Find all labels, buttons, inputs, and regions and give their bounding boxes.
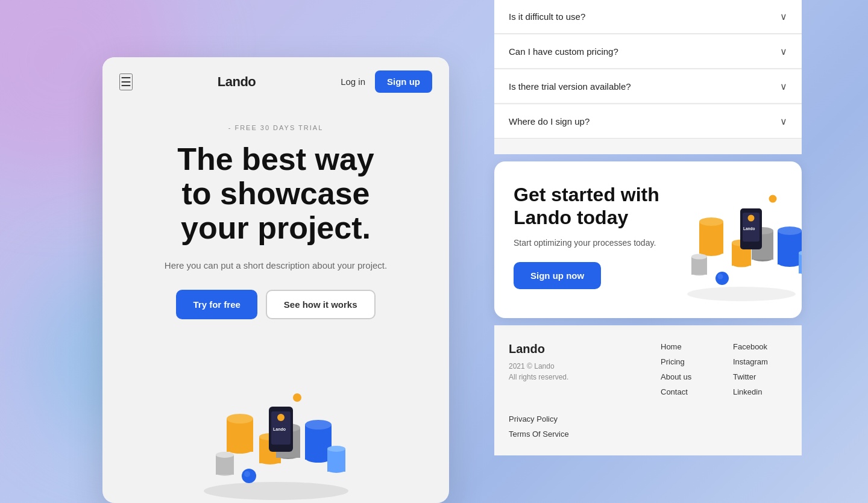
footer-link-facebook[interactable]: Facebook — [733, 342, 787, 351]
svg-point-41 — [778, 227, 802, 235]
svg-point-21 — [277, 414, 285, 421]
svg-point-51 — [718, 274, 723, 280]
hero-buttons: Try for free See how it works — [127, 290, 425, 319]
nav-actions: Log in Sign up — [341, 70, 432, 93]
footer-link-home[interactable]: Home — [661, 342, 715, 351]
menu-button[interactable]: ☰ — [119, 73, 133, 90]
svg-point-26 — [687, 287, 796, 301]
faq-chevron-1: ∨ — [780, 11, 787, 22]
svg-rect-2 — [227, 419, 253, 452]
cta-description: Start optimizing your processes today. — [514, 238, 658, 248]
faq-item-1[interactable]: Is it difficult to use? ∨ — [494, 0, 802, 34]
svg-point-25 — [244, 471, 250, 477]
svg-text:Lando: Lando — [743, 227, 755, 231]
hero-section: - FREE 30 DAYS TRIAL The best way to sho… — [102, 106, 449, 319]
footer-link-privacy[interactable]: Privacy Policy — [509, 414, 569, 423]
footer-copyright: 2021 © LandoAll rights reserved. — [509, 361, 643, 383]
faq-item-4[interactable]: Where do I sign up? ∨ — [494, 105, 802, 139]
footer-link-terms[interactable]: Terms Of Service — [509, 430, 569, 439]
svg-rect-40 — [778, 231, 802, 264]
footer-link-twitter[interactable]: Twitter — [733, 372, 787, 381]
right-panel: Is it difficult to use? ∨ Can I have cus… — [494, 0, 802, 503]
see-how-button[interactable]: See how it works — [266, 290, 376, 319]
svg-point-38 — [691, 254, 707, 260]
cta-title: Get started with Lando today — [514, 183, 682, 230]
footer-link-about[interactable]: About us — [661, 372, 715, 381]
svg-point-0 — [204, 482, 348, 500]
footer-social-col: Facebook Instagram Twitter Linkedin — [733, 342, 787, 396]
svg-point-49 — [769, 195, 777, 203]
trial-label: - FREE 30 DAYS TRIAL — [127, 124, 425, 131]
footer-link-pricing[interactable]: Pricing — [661, 357, 715, 366]
footer-brand: Lando 2021 © LandoAll rights reserved. — [509, 342, 643, 396]
svg-rect-28 — [699, 222, 723, 254]
footer-legal-col: Privacy Policy Terms Of Service — [509, 414, 569, 439]
svg-point-15 — [305, 420, 332, 430]
svg-rect-17 — [327, 449, 345, 472]
left-card: ☰ Lando Log in Sign up - FREE 30 DAYS TR… — [102, 57, 449, 503]
faq-question-2: Can I have custom pricing? — [509, 46, 618, 57]
login-button[interactable]: Log in — [341, 77, 365, 87]
svg-point-47 — [748, 215, 755, 222]
svg-point-3 — [227, 414, 253, 423]
faq-question-1: Is it difficult to use? — [509, 11, 585, 22]
svg-text:Lando: Lando — [273, 427, 286, 431]
signup-button[interactable]: Sign up — [375, 70, 432, 93]
svg-rect-43 — [799, 253, 802, 273]
faq-item-2[interactable]: Can I have custom pricing? ∨ — [494, 35, 802, 69]
footer: Lando 2021 © LandoAll rights reserved. H… — [494, 325, 802, 455]
faq-question-4: Where do I sign up? — [509, 116, 590, 127]
footer-link-linkedin[interactable]: Linkedin — [733, 387, 787, 396]
faq-question-3: Is there trial version available? — [509, 81, 631, 92]
hero-title: The best way to showcase your project. — [127, 142, 425, 246]
logo: Lando — [218, 74, 256, 90]
svg-point-29 — [699, 217, 723, 226]
faq-chevron-4: ∨ — [780, 116, 787, 127]
faq-section: Is it difficult to use? ∨ Can I have cus… — [494, 0, 802, 154]
cta-signup-button[interactable]: Sign up now — [514, 262, 601, 289]
footer-link-instagram[interactable]: Instagram — [733, 357, 787, 366]
faq-chevron-3: ∨ — [780, 81, 787, 92]
faq-item-3[interactable]: Is there trial version available? ∨ — [494, 70, 802, 104]
svg-point-12 — [216, 452, 234, 458]
cta-illustration: Lando — [675, 173, 802, 306]
navbar: ☰ Lando Log in Sign up — [102, 57, 449, 106]
faq-chevron-2: ∨ — [780, 46, 787, 57]
hero-illustration: Lando — [192, 370, 360, 503]
footer-logo: Lando — [509, 342, 643, 356]
cta-card: Get started with Lando today Start optim… — [494, 161, 802, 318]
footer-nav-col: Home Pricing About us Contact — [661, 342, 715, 396]
footer-link-contact[interactable]: Contact — [661, 387, 715, 396]
svg-point-23 — [293, 393, 301, 402]
try-free-button[interactable]: Try for free — [176, 290, 257, 319]
hero-description: Here you can put a short description abo… — [127, 260, 425, 270]
svg-point-18 — [327, 446, 345, 452]
